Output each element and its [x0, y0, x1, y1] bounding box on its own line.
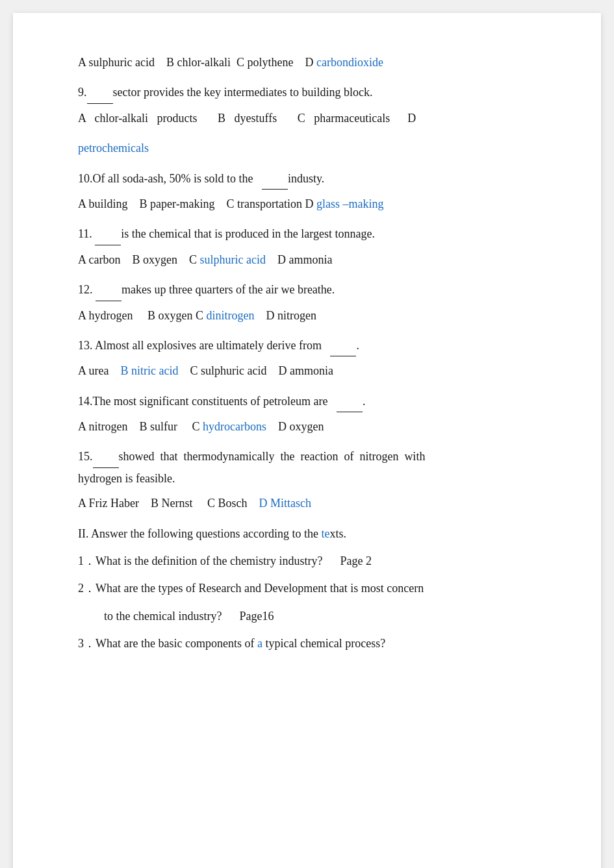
question-14-options: A nitrogen B sulfur C hydrocarbons D oxy… [78, 416, 536, 437]
question-9-text: 9. sector provides the key intermediates… [78, 82, 536, 103]
question-14-text: 14.The most significant constituents of … [78, 391, 536, 412]
question-13-options: A urea B nitric acid C sulphuric acid D … [78, 360, 536, 381]
answer-question-2-sub: to the chemical industry? Page16 [104, 606, 536, 626]
question-15: 15. showed that thermodynamically the re… [78, 446, 536, 514]
mittasch-option: D Mittasch [259, 497, 311, 510]
question-10: 10.Of all soda-ash, 50% is sold to the i… [78, 168, 536, 215]
section-2-header: II. Answer the following questions accor… [78, 523, 536, 544]
question-11-options: A carbon B oxygen C sulphuric acid D amm… [78, 249, 536, 270]
carbondioxide-option: carbondioxide [316, 56, 383, 69]
page-content: A sulphuric acid B chlor-alkali C polyth… [13, 13, 601, 868]
question-13-text: 13. Almost all explosives are ultimately… [78, 335, 536, 356]
petrochemicals-option: petrochemicals [78, 142, 149, 155]
hydrocarbons-option: hydrocarbons [203, 420, 266, 433]
question-13: 13. Almost all explosives are ultimately… [78, 335, 536, 382]
question-14: 14.The most significant constituents of … [78, 391, 536, 438]
dinitrogen-option: dinitrogen [207, 309, 255, 322]
question-9: 9. sector provides the key intermediates… [78, 82, 536, 158]
question-11: 11. is the chemical that is produced in … [78, 223, 536, 270]
a-word: a [257, 637, 262, 650]
question-9-option-d: petrochemicals [78, 138, 536, 158]
question-15-line2: hydrogen is feasible. [78, 468, 536, 489]
question-12-text: 12. makes up three quarters of the air w… [78, 279, 536, 301]
top-options-line: A sulphuric acid B chlor-alkali C polyth… [78, 52, 536, 73]
question-10-options: A building B paper-making C transportati… [78, 193, 536, 214]
question-10-text: 10.Of all soda-ash, 50% is sold to the i… [78, 168, 536, 190]
sulphuricacid-option: sulphuric acid [199, 253, 265, 266]
question-12-options: A hydrogen B oxygen C dinitrogen D nitro… [78, 305, 536, 326]
question-11-text: 11. is the chemical that is produced in … [78, 223, 536, 245]
texts-word: te [321, 527, 329, 540]
nitricacid-option: B nitric acid [120, 364, 178, 377]
question-12: 12. makes up three quarters of the air w… [78, 279, 536, 326]
glassmaking-option: glass –making [316, 197, 384, 210]
question-9-options: A chlor-alkali products B dyestuffs C ph… [78, 108, 536, 129]
answer-question-1: 1．What is the definition of the chemistr… [78, 551, 536, 571]
answer-question-2: 2．What are the types of Research and Dev… [78, 578, 536, 599]
question-15-line1: 15. showed that thermodynamically the re… [78, 446, 536, 467]
answer-question-3: 3．What are the basic components of a typ… [78, 633, 536, 654]
question-15-options: A Friz Haber B Nernst C Bosch D Mittasch [78, 493, 536, 514]
